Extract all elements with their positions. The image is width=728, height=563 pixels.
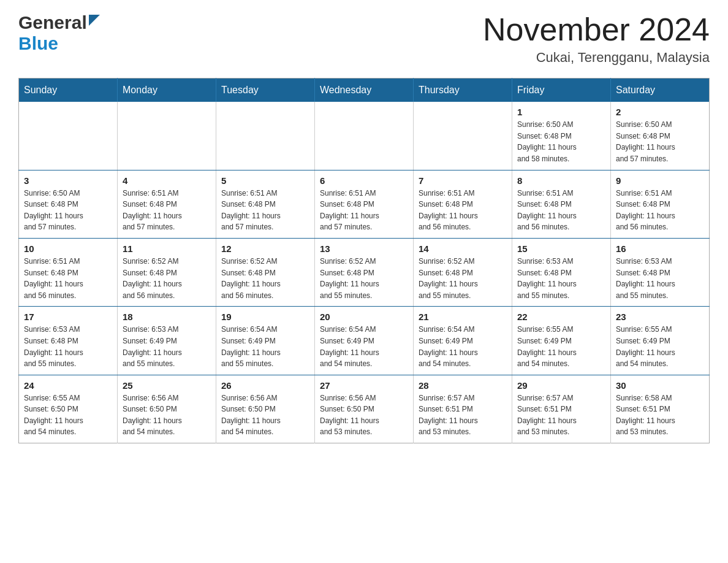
day-info: Sunrise: 6:50 AM Sunset: 6:48 PM Dayligh…: [616, 119, 704, 164]
calendar-cell: [315, 102, 414, 170]
calendar-cell: 24Sunrise: 6:55 AM Sunset: 6:50 PM Dayli…: [19, 375, 118, 443]
calendar-cell: 21Sunrise: 6:54 AM Sunset: 6:49 PM Dayli…: [414, 307, 512, 375]
month-title: November 2024: [483, 12, 710, 47]
day-info: Sunrise: 6:53 AM Sunset: 6:48 PM Dayligh…: [517, 256, 605, 301]
day-info: Sunrise: 6:51 AM Sunset: 6:48 PM Dayligh…: [320, 188, 408, 233]
calendar-week-row: 24Sunrise: 6:55 AM Sunset: 6:50 PM Dayli…: [19, 375, 710, 443]
calendar-cell: 15Sunrise: 6:53 AM Sunset: 6:48 PM Dayli…: [512, 238, 611, 306]
calendar-cell: 10Sunrise: 6:51 AM Sunset: 6:48 PM Dayli…: [19, 238, 118, 306]
calendar-cell: 19Sunrise: 6:54 AM Sunset: 6:49 PM Dayli…: [216, 307, 315, 375]
day-info: Sunrise: 6:57 AM Sunset: 6:51 PM Dayligh…: [517, 393, 605, 438]
calendar-week-row: 10Sunrise: 6:51 AM Sunset: 6:48 PM Dayli…: [19, 238, 710, 306]
day-info: Sunrise: 6:51 AM Sunset: 6:48 PM Dayligh…: [123, 188, 211, 233]
day-info: Sunrise: 6:51 AM Sunset: 6:48 PM Dayligh…: [24, 256, 112, 301]
calendar-cell: 8Sunrise: 6:51 AM Sunset: 6:48 PM Daylig…: [512, 170, 611, 238]
header-sunday: Sunday: [19, 79, 118, 102]
day-number: 13: [320, 243, 408, 254]
calendar-cell: 28Sunrise: 6:57 AM Sunset: 6:51 PM Dayli…: [414, 375, 512, 443]
calendar-cell: [19, 102, 118, 170]
day-info: Sunrise: 6:52 AM Sunset: 6:48 PM Dayligh…: [320, 256, 408, 301]
day-info: Sunrise: 6:53 AM Sunset: 6:48 PM Dayligh…: [616, 256, 704, 301]
day-info: Sunrise: 6:52 AM Sunset: 6:48 PM Dayligh…: [123, 256, 211, 301]
location-title: Cukai, Terengganu, Malaysia: [483, 50, 710, 66]
calendar-cell: 9Sunrise: 6:51 AM Sunset: 6:48 PM Daylig…: [611, 170, 710, 238]
calendar-cell: 29Sunrise: 6:57 AM Sunset: 6:51 PM Dayli…: [512, 375, 611, 443]
day-number: 25: [123, 380, 211, 391]
calendar-cell: [414, 102, 512, 170]
day-number: 24: [24, 380, 112, 391]
day-number: 5: [221, 175, 309, 186]
header-tuesday: Tuesday: [216, 79, 315, 102]
page-header: General Blue November 2024 Cukai, Tereng…: [18, 12, 710, 66]
day-number: 28: [419, 380, 507, 391]
day-number: 4: [123, 175, 211, 186]
day-info: Sunrise: 6:50 AM Sunset: 6:48 PM Dayligh…: [24, 188, 112, 233]
day-info: Sunrise: 6:52 AM Sunset: 6:48 PM Dayligh…: [221, 256, 309, 301]
calendar-cell: 27Sunrise: 6:56 AM Sunset: 6:50 PM Dayli…: [315, 375, 414, 443]
logo-triangle-icon: [89, 15, 100, 28]
calendar-cell: 17Sunrise: 6:53 AM Sunset: 6:48 PM Dayli…: [19, 307, 118, 375]
day-number: 6: [320, 175, 408, 186]
day-info: Sunrise: 6:58 AM Sunset: 6:51 PM Dayligh…: [616, 393, 704, 438]
calendar-week-row: 1Sunrise: 6:50 AM Sunset: 6:48 PM Daylig…: [19, 102, 710, 170]
day-number: 21: [419, 312, 507, 322]
day-number: 16: [616, 243, 704, 254]
calendar-cell: 30Sunrise: 6:58 AM Sunset: 6:51 PM Dayli…: [611, 375, 710, 443]
day-info: Sunrise: 6:54 AM Sunset: 6:49 PM Dayligh…: [221, 324, 309, 369]
day-info: Sunrise: 6:56 AM Sunset: 6:50 PM Dayligh…: [123, 393, 211, 438]
calendar-week-row: 3Sunrise: 6:50 AM Sunset: 6:48 PM Daylig…: [19, 170, 710, 238]
day-number: 7: [419, 175, 507, 186]
calendar-cell: 7Sunrise: 6:51 AM Sunset: 6:48 PM Daylig…: [414, 170, 512, 238]
day-info: Sunrise: 6:51 AM Sunset: 6:48 PM Dayligh…: [419, 188, 507, 233]
day-info: Sunrise: 6:53 AM Sunset: 6:48 PM Dayligh…: [24, 324, 112, 369]
day-number: 2: [616, 107, 704, 117]
day-number: 20: [320, 312, 408, 322]
calendar-cell: 5Sunrise: 6:51 AM Sunset: 6:48 PM Daylig…: [216, 170, 315, 238]
day-number: 27: [320, 380, 408, 391]
calendar-cell: 3Sunrise: 6:50 AM Sunset: 6:48 PM Daylig…: [19, 170, 118, 238]
day-info: Sunrise: 6:56 AM Sunset: 6:50 PM Dayligh…: [320, 393, 408, 438]
header-wednesday: Wednesday: [315, 79, 414, 102]
calendar-cell: 22Sunrise: 6:55 AM Sunset: 6:49 PM Dayli…: [512, 307, 611, 375]
day-number: 1: [517, 107, 605, 117]
day-number: 14: [419, 243, 507, 254]
calendar-cell: 20Sunrise: 6:54 AM Sunset: 6:49 PM Dayli…: [315, 307, 414, 375]
calendar-cell: 1Sunrise: 6:50 AM Sunset: 6:48 PM Daylig…: [512, 102, 611, 170]
logo-blue-text: Blue: [18, 33, 58, 54]
calendar-cell: 16Sunrise: 6:53 AM Sunset: 6:48 PM Dayli…: [611, 238, 710, 306]
day-number: 8: [517, 175, 605, 186]
calendar-cell: 4Sunrise: 6:51 AM Sunset: 6:48 PM Daylig…: [118, 170, 216, 238]
day-number: 3: [24, 175, 112, 186]
logo-general-text: General: [18, 12, 87, 33]
calendar-cell: 6Sunrise: 6:51 AM Sunset: 6:48 PM Daylig…: [315, 170, 414, 238]
day-number: 10: [24, 243, 112, 254]
svg-marker-0: [89, 15, 100, 26]
calendar-header-row: SundayMondayTuesdayWednesdayThursdayFrid…: [19, 79, 710, 102]
day-info: Sunrise: 6:55 AM Sunset: 6:49 PM Dayligh…: [616, 324, 704, 369]
calendar-cell: 11Sunrise: 6:52 AM Sunset: 6:48 PM Dayli…: [118, 238, 216, 306]
logo: General Blue: [18, 12, 100, 54]
calendar-cell: 26Sunrise: 6:56 AM Sunset: 6:50 PM Dayli…: [216, 375, 315, 443]
day-info: Sunrise: 6:55 AM Sunset: 6:49 PM Dayligh…: [517, 324, 605, 369]
header-friday: Friday: [512, 79, 611, 102]
day-number: 22: [517, 312, 605, 322]
calendar-cell: 12Sunrise: 6:52 AM Sunset: 6:48 PM Dayli…: [216, 238, 315, 306]
calendar-cell: 2Sunrise: 6:50 AM Sunset: 6:48 PM Daylig…: [611, 102, 710, 170]
day-number: 17: [24, 312, 112, 322]
calendar-cell: 25Sunrise: 6:56 AM Sunset: 6:50 PM Dayli…: [118, 375, 216, 443]
day-info: Sunrise: 6:52 AM Sunset: 6:48 PM Dayligh…: [419, 256, 507, 301]
calendar-cell: 18Sunrise: 6:53 AM Sunset: 6:49 PM Dayli…: [118, 307, 216, 375]
day-info: Sunrise: 6:54 AM Sunset: 6:49 PM Dayligh…: [419, 324, 507, 369]
calendar-week-row: 17Sunrise: 6:53 AM Sunset: 6:48 PM Dayli…: [19, 307, 710, 375]
day-number: 15: [517, 243, 605, 254]
day-info: Sunrise: 6:55 AM Sunset: 6:50 PM Dayligh…: [24, 393, 112, 438]
title-area: November 2024 Cukai, Terengganu, Malaysi…: [483, 12, 710, 66]
calendar-cell: 13Sunrise: 6:52 AM Sunset: 6:48 PM Dayli…: [315, 238, 414, 306]
day-info: Sunrise: 6:51 AM Sunset: 6:48 PM Dayligh…: [616, 188, 704, 233]
calendar-cell: 23Sunrise: 6:55 AM Sunset: 6:49 PM Dayli…: [611, 307, 710, 375]
header-saturday: Saturday: [611, 79, 710, 102]
day-info: Sunrise: 6:53 AM Sunset: 6:49 PM Dayligh…: [123, 324, 211, 369]
day-info: Sunrise: 6:50 AM Sunset: 6:48 PM Dayligh…: [517, 119, 605, 164]
day-number: 18: [123, 312, 211, 322]
day-number: 19: [221, 312, 309, 322]
